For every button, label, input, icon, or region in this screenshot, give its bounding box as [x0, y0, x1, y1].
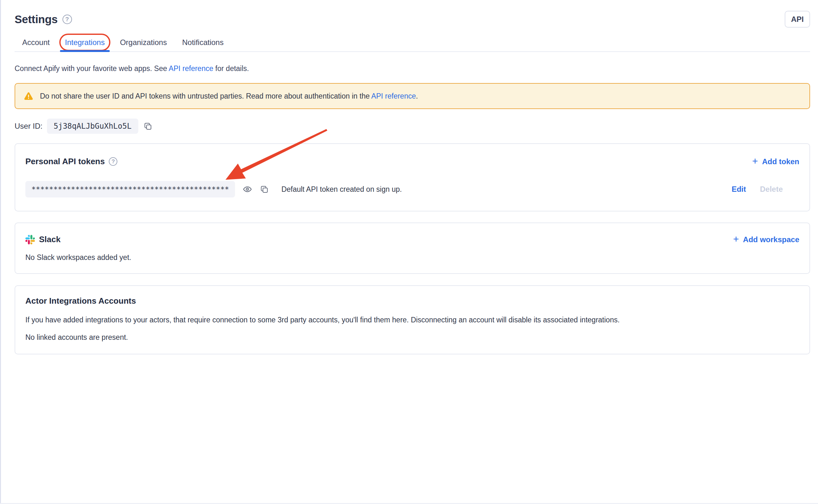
- slack-icon: [25, 235, 35, 244]
- tab-integrations-label: Integrations: [65, 38, 105, 47]
- token-row: ****************************************…: [25, 181, 799, 197]
- plus-icon: +: [752, 156, 758, 166]
- token-description: Default API token created on sign up.: [281, 185, 402, 194]
- tokens-card-header: Personal API tokens ? + Add token: [25, 157, 799, 166]
- user-id-value: 5j38qALJbGuXhLo5L: [47, 119, 138, 134]
- slack-empty-text: No Slack workspaces added yet.: [25, 253, 799, 262]
- tab-notifications[interactable]: Notifications: [174, 34, 231, 51]
- show-token-button[interactable]: [243, 184, 252, 194]
- intro-text: Connect Apify with your favorite web app…: [15, 64, 810, 73]
- page-left-edge: [0, 0, 1, 504]
- slack-card-title: Slack: [39, 235, 61, 244]
- slack-card: Slack + Add workspace No Slack workspace…: [15, 223, 810, 274]
- edit-token-link[interactable]: Edit: [732, 185, 746, 194]
- settings-help-icon[interactable]: ?: [62, 15, 72, 24]
- tokens-card-title-wrap: Personal API tokens ?: [25, 157, 117, 166]
- user-id-label: User ID:: [15, 122, 42, 131]
- intro-text-before: Connect Apify with your favorite web app…: [15, 64, 169, 73]
- eye-icon: [243, 184, 252, 194]
- copy-token-button[interactable]: [260, 185, 269, 194]
- settings-tabs: Account Integrations Organizations Notif…: [15, 34, 810, 52]
- page-title: Settings: [15, 13, 58, 26]
- page-header: Settings ? API: [15, 10, 810, 28]
- tokens-card-title: Personal API tokens: [25, 157, 105, 166]
- api-button[interactable]: API: [785, 11, 810, 28]
- tab-account[interactable]: Account: [15, 34, 57, 51]
- warning-text-after: .: [416, 92, 418, 100]
- warning-api-reference-link[interactable]: API reference: [371, 92, 416, 100]
- plus-icon: +: [733, 234, 739, 244]
- warning-icon: [23, 91, 34, 101]
- actor-integrations-card: Actor Integrations Accounts If you have …: [15, 285, 810, 354]
- user-id-row: User ID: 5j38qALJbGuXhLo5L: [15, 119, 810, 134]
- add-token-button[interactable]: + Add token: [752, 157, 799, 166]
- slack-card-header: Slack + Add workspace: [25, 235, 799, 244]
- personal-api-tokens-card: Personal API tokens ? + Add token ******…: [15, 143, 810, 211]
- intro-text-after: for details.: [213, 64, 249, 73]
- warning-banner: Do not share the user ID and API tokens …: [15, 83, 810, 109]
- add-token-label: Add token: [762, 157, 799, 166]
- title-wrap: Settings ?: [15, 13, 72, 26]
- masked-token-value: ****************************************…: [25, 181, 235, 197]
- warning-text: Do not share the user ID and API tokens …: [40, 92, 418, 100]
- tab-organizations[interactable]: Organizations: [112, 34, 174, 51]
- actor-card-title: Actor Integrations Accounts: [25, 296, 799, 306]
- slack-title-wrap: Slack: [25, 235, 61, 244]
- add-workspace-button[interactable]: + Add workspace: [733, 235, 800, 244]
- add-workspace-label: Add workspace: [743, 235, 799, 244]
- copy-user-id-button[interactable]: [143, 122, 152, 131]
- copy-icon: [260, 185, 269, 194]
- actor-empty-text: No linked accounts are present.: [25, 333, 799, 342]
- warning-text-before: Do not share the user ID and API tokens …: [40, 92, 371, 100]
- intro-api-reference-link[interactable]: API reference: [169, 64, 213, 73]
- tokens-help-icon[interactable]: ?: [109, 157, 117, 166]
- settings-page: Settings ? API Account Integrations Orga…: [15, 0, 810, 354]
- actor-card-description: If you have added integrations to your a…: [25, 315, 799, 324]
- tab-integrations[interactable]: Integrations: [57, 34, 112, 51]
- delete-token-link[interactable]: Delete: [760, 185, 783, 194]
- copy-icon: [143, 122, 152, 131]
